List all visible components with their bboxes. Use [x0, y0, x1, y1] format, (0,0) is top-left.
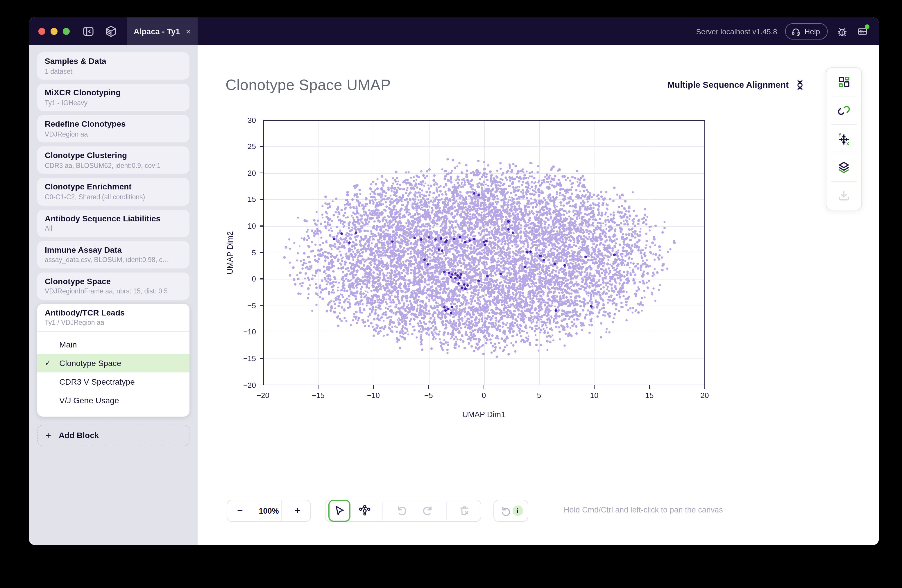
- x-tick: [705, 385, 705, 388]
- server-status-icon[interactable]: [857, 25, 868, 37]
- tab-alpaca-ty1[interactable]: Alpaca - Ty1 ×: [127, 17, 197, 45]
- x-tick: [428, 385, 429, 388]
- sidebar-block-immune-assay-data[interactable]: Immune Assay Data assay_data.csv, BLOSUM…: [37, 241, 189, 268]
- reset-view-control: i: [493, 500, 528, 522]
- project-cube-icon[interactable]: [105, 25, 117, 38]
- section-item-clonotype-space[interactable]: ✓ Clonotype Space: [37, 354, 189, 372]
- title-bar: Alpaca - Ty1 × Server localhost v1.45.8 …: [29, 17, 879, 45]
- x-tick-label: 5: [537, 391, 541, 399]
- minimize-window-button[interactable]: [50, 28, 58, 35]
- pan-hint-text: Hold Cmd/Ctrl and left-click to pan the …: [564, 505, 723, 514]
- select-cursor-button[interactable]: [328, 500, 350, 522]
- y-tick-label: 10: [239, 222, 256, 230]
- y-tick: [260, 278, 263, 280]
- blocks-sidebar: Samples & Data 1 dataset MiXCR Clonotypi…: [29, 45, 197, 545]
- maximize-window-button[interactable]: [63, 28, 70, 35]
- help-label: Help: [805, 27, 821, 36]
- status-green-dot: [865, 24, 869, 29]
- y-tick-label: −20: [239, 381, 256, 389]
- zoom-in-button[interactable]: +: [285, 500, 310, 521]
- sidebar-block-mixcr-clonotyping[interactable]: MiXCR Clonotyping Ty1 - IGHeavy: [37, 84, 189, 111]
- bug-report-icon[interactable]: [836, 25, 848, 37]
- tab-label: Alpaca - Ty1: [134, 27, 180, 36]
- dna-icon: [794, 79, 805, 90]
- app-window: Alpaca - Ty1 × Server localhost v1.45.8 …: [29, 17, 879, 545]
- y-tick-label: 30: [239, 116, 256, 124]
- x-tick-label: −5: [424, 391, 433, 399]
- node-edit-button[interactable]: [351, 500, 378, 522]
- undo-button[interactable]: [388, 500, 414, 522]
- axes-settings-button[interactable]: Y x: [827, 125, 861, 153]
- download-button[interactable]: [827, 182, 861, 210]
- y-tick-label: 25: [239, 142, 256, 151]
- section-item-main[interactable]: Main: [37, 335, 189, 354]
- sidebar-block-antibody-liabilities[interactable]: Antibody Sequence Liabilities All: [37, 210, 189, 237]
- y-tick: [260, 332, 263, 332]
- main-content: Clonotype Space UMAP Multiple Sequence A…: [197, 45, 879, 545]
- sidebar-block-clonotype-clustering[interactable]: Clonotype Clustering CDR3 aa, BLOSUM62, …: [37, 147, 189, 174]
- y-axis-label: UMAP Dim2: [226, 231, 235, 274]
- x-tick: [484, 385, 484, 388]
- x-tick-label: −10: [367, 391, 380, 399]
- sidebar-block-samples-data[interactable]: Samples & Data 1 dataset: [37, 52, 189, 80]
- zoom-control: − 100% +: [227, 500, 311, 522]
- y-tick-label: 20: [239, 169, 256, 177]
- msa-label: Multiple Sequence Alignment: [667, 80, 789, 89]
- sidebar-block-antibody-tcr-leads[interactable]: Antibody/TCR Leads Ty1 / VDJRegion aa Ma…: [37, 304, 189, 417]
- y-tick-label: −10: [239, 328, 256, 336]
- page-title: Clonotype Space UMAP: [226, 76, 391, 94]
- headset-icon: [791, 27, 801, 36]
- x-tick: [649, 385, 650, 388]
- redo-button[interactable]: [415, 500, 442, 522]
- msa-link[interactable]: Multiple Sequence Alignment: [667, 79, 805, 90]
- info-badge: i: [512, 505, 523, 516]
- check-icon: ✓: [45, 354, 51, 372]
- y-tick: [260, 225, 263, 226]
- y-tick-label: 15: [239, 195, 256, 204]
- y-tick: [260, 120, 263, 120]
- traffic-lights: [38, 28, 70, 35]
- y-tick-label: 5: [239, 248, 256, 257]
- y-tick: [260, 358, 263, 359]
- server-version-text: Server localhost v1.45.8: [696, 27, 777, 36]
- section-item-cdr3-v-spectratype[interactable]: CDR3 V Spectratype: [37, 372, 189, 391]
- add-block-button[interactable]: + Add Block: [37, 425, 189, 446]
- expanded-block-section-list: Main ✓ Clonotype Space CDR3 V Spectratyp…: [37, 332, 189, 417]
- help-button[interactable]: Help: [786, 23, 828, 39]
- block-subtitle: 1 dataset: [45, 67, 182, 76]
- x-tick-label: 10: [590, 391, 599, 399]
- block-title: Samples & Data: [45, 56, 182, 67]
- tab-close-icon[interactable]: ×: [186, 27, 190, 36]
- y-tick: [260, 252, 263, 253]
- clear-selection-button[interactable]: [451, 500, 478, 522]
- sidebar-block-clonotype-enrichment[interactable]: Clonotype Enrichment C0-C1-C2, Shared (a…: [37, 178, 189, 205]
- y-tick: [260, 199, 263, 200]
- x-tick: [594, 385, 595, 388]
- umap-scatter-canvas[interactable]: [263, 120, 705, 385]
- link-axes-button[interactable]: [827, 97, 861, 124]
- sidebar-toggle-icon[interactable]: [82, 25, 95, 38]
- y-tick-label: −15: [239, 354, 256, 363]
- y-tick: [260, 305, 263, 306]
- umap-plot: [263, 120, 705, 385]
- layers-button[interactable]: [827, 153, 861, 181]
- x-tick: [373, 385, 374, 388]
- expanded-block-header[interactable]: Antibody/TCR Leads Ty1 / VDJRegion aa: [37, 304, 189, 332]
- sidebar-block-clonotype-space[interactable]: Clonotype Space VDJRegionInFrame aa, nbr…: [37, 272, 189, 300]
- sidebar-block-redefine-clonotypes[interactable]: Redefine Clonotypes VDJRegion aa: [37, 115, 189, 142]
- svg-text:Y: Y: [838, 133, 842, 138]
- y-tick: [260, 385, 263, 386]
- y-tick: [260, 146, 263, 147]
- x-tick-label: 15: [645, 391, 654, 399]
- section-item-vj-gene-usage[interactable]: V/J Gene Usage: [37, 391, 189, 410]
- reset-view-button[interactable]: [499, 505, 511, 517]
- x-tick-label: −15: [312, 391, 324, 399]
- x-tick-label: −20: [257, 391, 269, 399]
- svg-text:x: x: [847, 141, 849, 146]
- screen: Alpaca - Ty1 × Server localhost v1.45.8 …: [0, 0, 902, 588]
- x-tick-label: 20: [701, 391, 709, 399]
- zoom-out-button[interactable]: −: [227, 500, 253, 521]
- layout-panels-button[interactable]: [827, 68, 861, 96]
- close-window-button[interactable]: [38, 28, 45, 35]
- plus-icon: +: [45, 430, 51, 440]
